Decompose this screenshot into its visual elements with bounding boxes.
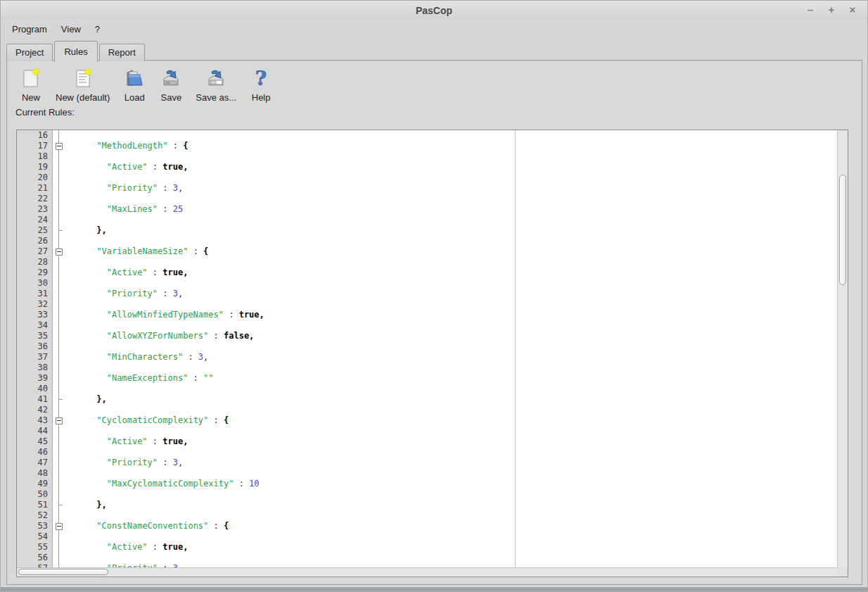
code-text [65,363,66,373]
tab-report[interactable]: Report [99,44,145,61]
code-text: "Active" : true, [65,162,188,172]
code-text [65,299,66,310]
horizontal-scrollbar-thumb[interactable] [18,569,108,575]
code-line: 44 [17,426,837,436]
code-line: 26 [17,236,837,246]
fold-column [53,521,65,531]
code-text: "CyclomaticComplexity" : { [65,415,229,426]
new-default-button-label: New (default) [56,92,110,103]
code-line: 40 [17,384,837,394]
line-number: 52 [17,510,53,521]
fold-column [53,130,65,141]
line-number: 32 [17,299,53,310]
line-number: 24 [17,215,53,225]
line-number: 16 [17,130,53,141]
new-icon [19,66,43,90]
vertical-scrollbar[interactable] [837,130,848,567]
fold-collapse-icon[interactable] [56,248,63,256]
code-text [65,194,66,204]
fold-column [53,278,65,289]
line-number: 47 [17,458,53,468]
fold-column [53,310,65,320]
code-line: 39 "NameExceptions" : "" [17,373,837,384]
code-text [65,447,66,458]
save-icon [159,66,183,90]
new-button[interactable]: New [13,63,49,106]
maximize-icon[interactable]: + [825,4,838,16]
line-number: 53 [17,521,53,531]
fold-column [53,289,65,299]
fold-collapse-icon[interactable] [56,417,63,424]
line-number: 39 [17,373,53,384]
code-line: 38 [17,363,837,373]
code-text: "AllowXYZForNumbers" : false, [65,331,254,341]
line-number: 49 [17,479,53,489]
fold-end-mark [58,399,63,400]
code-text [65,384,66,394]
code-line: 19 "Active" : true, [17,162,837,172]
fold-column [53,415,65,426]
menu-help[interactable]: ? [89,22,106,37]
new-default-icon [71,66,95,90]
window-bottom-edge [1,587,867,591]
code-line: 47 "Priority" : 3, [17,458,837,468]
vertical-scrollbar-thumb[interactable] [839,175,846,285]
line-number: 44 [17,426,53,436]
code-line: 20 [17,172,837,183]
fold-column [53,458,65,468]
line-number: 48 [17,468,53,479]
tab-project[interactable]: Project [6,44,53,61]
code-text: }, [65,394,107,405]
code-line: 27 "VariableNameSize" : { [17,246,837,257]
line-number: 18 [17,151,53,162]
fold-column [53,447,65,458]
close-icon[interactable]: × [846,4,859,16]
code-line: 45 "Active" : true, [17,436,837,447]
code-line: 28 [17,257,837,267]
help-button[interactable]: ? Help [243,63,279,106]
code-text: "ConstNameConventions" : { [65,521,229,531]
window-controls: – + × [804,4,859,16]
horizontal-scrollbar[interactable] [17,567,837,577]
line-number: 26 [17,236,53,246]
code-line: 55 "Active" : true, [17,542,837,553]
help-button-label: Help [252,92,271,103]
code-text [65,130,66,141]
code-line: 52 [17,510,837,521]
code-line: 37 "MinCharacters" : 3, [17,352,837,363]
code-line: 21 "Priority" : 3, [17,183,837,194]
code-line: 42 [17,405,837,415]
save-as-icon [204,66,228,90]
code-line: 46 [17,447,837,458]
fold-column [53,510,65,521]
menu-view[interactable]: View [56,22,87,37]
fold-column [53,194,65,204]
line-number: 54 [17,531,53,542]
fold-column [53,363,65,373]
line-number: 35 [17,331,53,341]
fold-column [53,489,65,500]
title-bar[interactable]: PasCop – + × [1,1,867,20]
code-text [65,278,66,289]
minimize-icon[interactable]: – [804,4,817,16]
line-number: 19 [17,162,53,172]
fold-collapse-icon[interactable] [56,143,63,150]
current-rules-label: Current Rules: [15,107,75,118]
fold-column [53,204,65,215]
load-button[interactable]: Load [116,63,153,106]
fold-column [53,246,65,257]
menu-bar: Program View ? [1,20,867,38]
rules-editor[interactable]: 1617 "MethodLength" : {1819 "Active" : t… [16,130,848,577]
new-default-button[interactable]: New (default) [49,63,116,106]
save-button[interactable]: Save [153,63,189,106]
code-text [65,510,66,521]
code-text: "NameExceptions" : "" [65,373,214,384]
fold-end-mark [58,230,63,231]
menu-program[interactable]: Program [6,22,53,37]
line-number: 40 [17,384,53,394]
code-line: 25 }, [17,225,837,236]
fold-collapse-icon[interactable] [56,523,63,530]
save-as-button[interactable]: Save as... [189,63,243,106]
tab-rules[interactable]: Rules [54,41,97,62]
editor-lines[interactable]: 1617 "MethodLength" : {1819 "Active" : t… [17,130,837,567]
